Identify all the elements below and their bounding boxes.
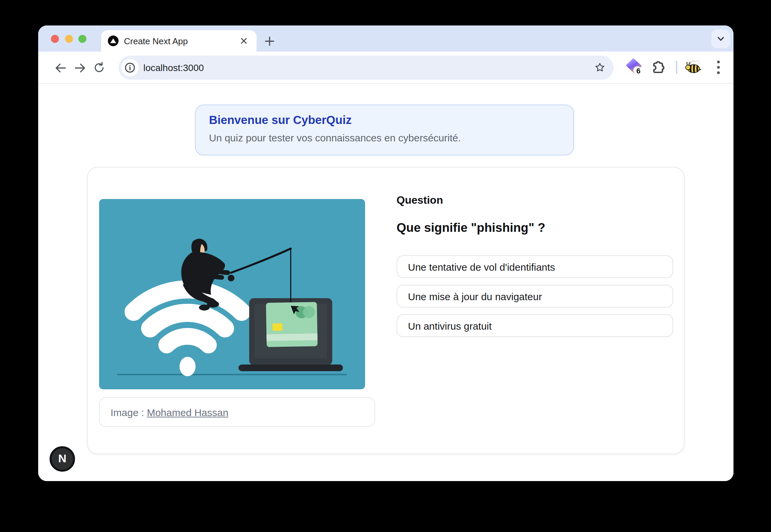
page-content: Bienvenue sur CyberQuiz Un quiz pour tes… xyxy=(38,84,733,481)
extension-badge-count: 6 xyxy=(636,67,640,75)
tab-list-button[interactable] xyxy=(711,29,730,48)
site-info-button[interactable] xyxy=(121,59,139,76)
new-tab-button[interactable] xyxy=(260,31,279,50)
banner-title: Bienvenue sur CyberQuiz xyxy=(209,112,560,129)
chevron-down-icon xyxy=(716,34,725,44)
gradient-arrow-icon: 6 xyxy=(625,58,644,76)
answer-option-1[interactable]: Une tentative de vol d'identifiants xyxy=(397,255,673,278)
url-text[interactable]: localhost:3000 xyxy=(143,55,204,79)
arrow-right-icon xyxy=(73,61,87,75)
attribution-author-link[interactable]: Mohamed Hassan xyxy=(147,406,228,418)
bookmark-star-button[interactable] xyxy=(592,60,607,75)
window-controls xyxy=(51,35,86,43)
address-bar[interactable]: localhost:3000 xyxy=(119,55,614,79)
back-button[interactable] xyxy=(50,58,70,78)
info-icon xyxy=(125,62,135,73)
question-text: Que signifie "phishing" ? xyxy=(397,220,545,235)
answer-option-2[interactable]: Une mise à jour du navigateur xyxy=(397,285,673,308)
three-dots-icon xyxy=(716,60,720,74)
star-icon xyxy=(593,61,606,74)
browser-toolbar: localhost:3000 xyxy=(38,52,733,84)
tab-title: Create Next App xyxy=(124,36,238,46)
refresh-icon xyxy=(92,61,106,74)
plus-icon xyxy=(264,36,274,46)
question-section-label: Question xyxy=(397,194,443,206)
banner-subtitle: Un quiz pour tester vos connaissances en… xyxy=(209,131,560,145)
close-window-button[interactable] xyxy=(51,35,59,43)
browser-tab[interactable]: Create Next App xyxy=(101,30,257,52)
answer-option-3[interactable]: Un antivirus gratuit xyxy=(397,314,673,337)
attribution-prefix: Image : xyxy=(111,406,147,418)
forward-button[interactable] xyxy=(70,58,90,78)
browser-menu-button[interactable] xyxy=(711,58,725,76)
phishing-illustration xyxy=(99,199,365,389)
arrow-left-icon xyxy=(53,61,67,75)
screen: Create Next App xyxy=(0,0,771,532)
minimize-window-button[interactable] xyxy=(65,35,73,43)
quiz-card: Image : Mohamed Hassan Question Que sign… xyxy=(87,167,685,454)
tab-strip: Create Next App xyxy=(38,25,733,52)
image-attribution: Image : Mohamed Hassan xyxy=(99,397,375,427)
tab-close-icon[interactable] xyxy=(238,35,250,47)
nextjs-dev-badge[interactable]: N xyxy=(50,446,75,472)
puzzle-piece-icon xyxy=(650,59,667,76)
extensions-button[interactable] xyxy=(650,59,667,76)
bee-icon xyxy=(685,59,703,76)
extension-shortcut-button[interactable]: 6 xyxy=(625,58,644,76)
welcome-banner: Bienvenue sur CyberQuiz Un quiz pour tes… xyxy=(195,105,574,155)
reload-button[interactable] xyxy=(89,58,109,78)
nextjs-favicon-icon xyxy=(108,36,119,46)
toolbar-separator xyxy=(676,61,677,74)
zoom-window-button[interactable] xyxy=(78,35,86,43)
profile-avatar-bee[interactable] xyxy=(685,59,703,76)
browser-window: Create Next App xyxy=(38,25,733,481)
